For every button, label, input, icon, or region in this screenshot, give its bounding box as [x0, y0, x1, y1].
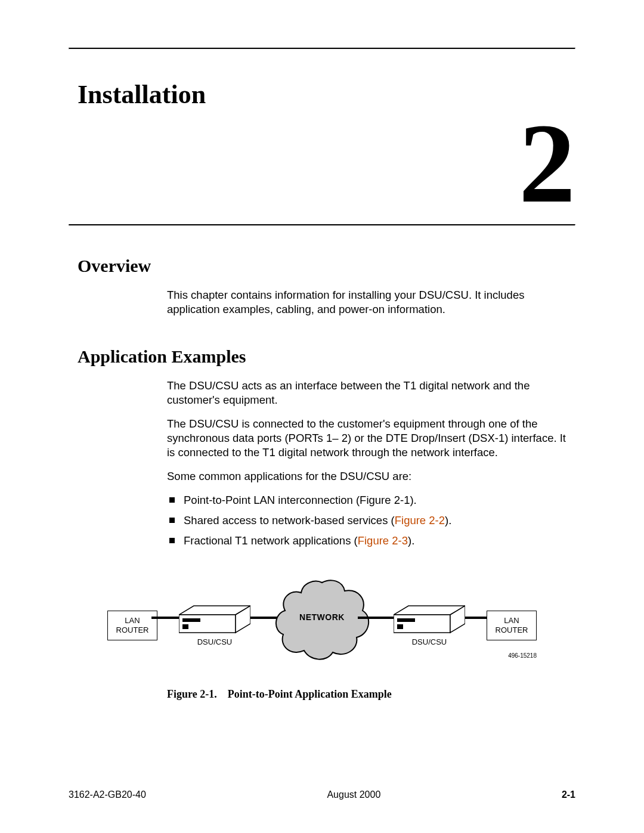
- section-overview-title: Overview: [78, 256, 575, 276]
- figure-caption: Figure 2-1.Point-to-Point Application Ex…: [167, 688, 575, 701]
- page-footer: 3162-A2-GB20-40 August 2000 2-1: [69, 789, 575, 800]
- dsu-csu-right-icon: [394, 603, 465, 636]
- footer-page-number: 2-1: [562, 789, 575, 800]
- bullet-2: Shared access to network-based services …: [167, 513, 575, 528]
- dsu-csu-right-label: DSU/CSU: [394, 637, 465, 646]
- appex-p2: The DSU/CSU is connected to the customer…: [167, 417, 575, 460]
- network-label: NETWORK: [274, 612, 370, 622]
- figure-drawing-id: 496-15218: [508, 652, 537, 659]
- lan-router-right: LAN ROUTER: [487, 611, 537, 640]
- chapter-title: Installation: [78, 79, 575, 110]
- appex-bullets: Point-to-Point LAN interconnection (Figu…: [167, 493, 575, 548]
- svg-rect-3: [182, 618, 200, 622]
- section-appex-title: Application Examples: [78, 346, 575, 367]
- footer-date: August 2000: [327, 789, 380, 800]
- figure-2-1: LAN ROUTER DSU/CSU NETWOR: [69, 578, 575, 701]
- overview-body: This chapter contains information for in…: [167, 288, 575, 317]
- svg-rect-4: [182, 624, 188, 629]
- overview-p1: This chapter contains information for in…: [167, 288, 575, 317]
- svg-rect-1: [179, 615, 236, 633]
- appex-body: The DSU/CSU acts as an interface between…: [167, 379, 575, 548]
- chapter-header: Installation 2: [69, 49, 575, 224]
- link-line: [358, 617, 394, 619]
- dsu-csu-left-label: DSU/CSU: [179, 637, 250, 646]
- bullet-3: Fractional T1 network applications (Figu…: [167, 534, 575, 548]
- svg-rect-9: [397, 624, 403, 629]
- link-line: [151, 617, 179, 619]
- appex-p1: The DSU/CSU acts as an interface between…: [167, 379, 575, 407]
- svg-rect-6: [394, 615, 450, 633]
- footer-doc-id: 3162-A2-GB20-40: [69, 789, 146, 800]
- dsu-csu-left-icon: [179, 603, 250, 636]
- chapter-number: 2: [78, 116, 575, 224]
- svg-rect-8: [397, 618, 415, 622]
- appex-p3: Some common applications for the DSU/CSU…: [167, 469, 575, 484]
- xref-fig-2-3[interactable]: Figure 2-3: [358, 534, 408, 547]
- bullet-1: Point-to-Point LAN interconnection (Figu…: [167, 493, 575, 507]
- xref-fig-2-2[interactable]: Figure 2-2: [395, 514, 445, 527]
- lan-router-left: LAN ROUTER: [107, 611, 157, 640]
- mid-rule: [69, 224, 575, 226]
- figure-diagram: LAN ROUTER DSU/CSU NETWOR: [107, 578, 537, 673]
